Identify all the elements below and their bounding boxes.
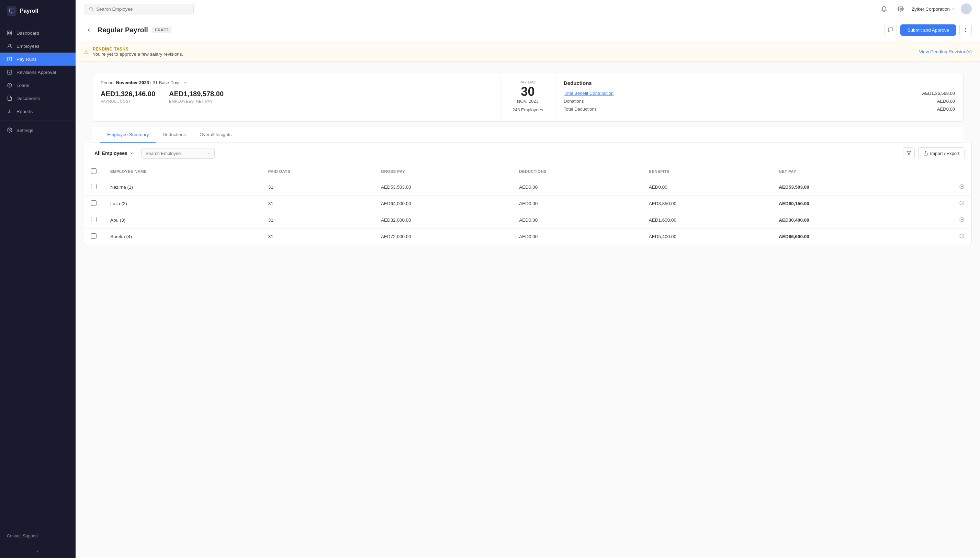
row-checkbox[interactable] [91, 184, 97, 189]
view-pending-link[interactable]: View Pending Revision(s) [919, 49, 972, 54]
row-checkbox-cell [84, 228, 103, 245]
settings-button[interactable] [895, 3, 906, 15]
total-deductions-label: Total Deductions [564, 107, 597, 112]
sidebar-item-dashboard[interactable]: Dashboard [0, 26, 75, 39]
col-actions [911, 164, 972, 179]
sidebar-collapse[interactable]: ‹ [0, 544, 75, 558]
sidebar-item-loans[interactable]: Loans [0, 79, 75, 92]
sidebar-item-documents[interactable]: Documents [0, 92, 75, 105]
tab-deductions[interactable]: Deductions [156, 127, 193, 143]
filter-button[interactable] [903, 148, 915, 159]
total-benefit-contribution-link[interactable]: Total Benefit Contribution [564, 91, 613, 96]
edit-period-icon[interactable]: ✏ [183, 80, 188, 85]
header-actions: Submit and Approve [885, 24, 972, 36]
topbar: Zylker Corporation [75, 0, 980, 18]
row-employee-name: Sureka (4) [103, 228, 261, 245]
svg-point-23 [962, 203, 962, 203]
sidebar-item-settings[interactable]: Settings [0, 124, 75, 137]
sidebar-item-employees[interactable]: Employees [0, 39, 75, 53]
bell-icon [881, 6, 887, 12]
row-more-cell [911, 228, 972, 245]
employee-search-box[interactable] [141, 148, 215, 159]
svg-rect-4 [10, 33, 11, 35]
avatar[interactable] [961, 3, 972, 15]
settings-icon [7, 128, 12, 133]
svg-point-27 [962, 219, 962, 220]
row-deductions: AED0.00 [512, 179, 642, 195]
employee-table: EMPLOYEE NAME PAID DAYS GROSS PAY DEDUCT… [84, 164, 972, 245]
back-button[interactable] [84, 25, 93, 35]
svg-point-9 [9, 130, 10, 131]
notification-button[interactable] [879, 3, 890, 15]
gear-icon [898, 6, 904, 12]
topbar-right: Zylker Corporation [879, 3, 972, 15]
svg-point-31 [962, 236, 962, 236]
submit-approve-button[interactable]: Submit and Approve [900, 25, 956, 36]
total-deductions-value: AED0.00 [937, 107, 955, 112]
deduction-row-2: Donations AED0.00 [564, 98, 955, 104]
contact-support[interactable]: Contact Support [0, 528, 75, 544]
svg-point-17 [961, 186, 961, 187]
row-checkbox[interactable] [91, 233, 97, 239]
table-row: Sureka (4) 31 AED72,000.00 AED0.00 AED5,… [84, 228, 972, 245]
more-options-button[interactable] [959, 24, 972, 36]
comment-button[interactable] [885, 24, 897, 36]
import-export-button[interactable]: Import / Export [918, 148, 965, 159]
global-search-box[interactable] [84, 4, 194, 15]
row-more-button[interactable] [959, 202, 965, 207]
row-more-button[interactable] [959, 218, 965, 223]
all-employees-filter[interactable]: All Employees [91, 148, 137, 158]
row-employee-name: Nazima (1) [103, 179, 261, 195]
sidebar-item-loans-label: Loans [16, 83, 29, 88]
collapse-icon[interactable]: ‹ [37, 548, 39, 554]
row-employee-name: Abu (3) [103, 212, 261, 228]
loans-icon [7, 82, 12, 88]
company-selector[interactable]: Zylker Corporation [912, 7, 955, 11]
svg-point-13 [965, 30, 965, 30]
row-checkbox[interactable] [91, 200, 97, 206]
reports-icon [7, 108, 12, 114]
draft-badge: DRAFT [152, 27, 171, 33]
row-more-cell [911, 212, 972, 228]
row-net-pay: AED53,503.00 [772, 179, 911, 195]
svg-rect-1 [8, 31, 9, 33]
row-benefits: AED5,400.00 [642, 228, 772, 245]
row-more-button[interactable] [959, 185, 965, 190]
row-net-pay: AED30,400.00 [772, 212, 911, 228]
sidebar-item-reports[interactable]: Reports [0, 105, 75, 118]
sidebar-item-documents-label: Documents [16, 96, 40, 101]
dashboard-icon [7, 30, 12, 36]
row-benefits: AED0.00 [642, 179, 772, 195]
sidebar-item-pay-runs[interactable]: Pay Runs [0, 53, 75, 66]
row-more-button[interactable] [959, 235, 965, 240]
payroll-cost-label: PAYROLL COST [101, 99, 155, 103]
row-checkbox-cell [84, 195, 103, 212]
svg-point-19 [962, 186, 962, 187]
sidebar-item-revisions-approval[interactable]: Revisions Approval [0, 66, 75, 79]
net-pay-label: EMPLOYEES' NET PAY [169, 99, 224, 103]
stats-left: Period: November 2023 | 31 Base Days ✏ A… [92, 73, 500, 121]
svg-point-5 [8, 44, 10, 46]
row-benefits: AED1,600.00 [642, 212, 772, 228]
sidebar-item-reports-label: Reports [16, 109, 33, 114]
tab-employee-summary[interactable]: Employee Summary [100, 127, 156, 143]
pay-day-label: PAY DAY [509, 80, 547, 84]
main-content: Zylker Corporation Regular Payroll DRAFT… [75, 0, 980, 558]
deduction-row-3: Total Deductions AED0.00 [564, 107, 955, 112]
page-content: Regular Payroll DRAFT Submit and Approve… [75, 18, 980, 558]
col-paid-days: PAID DAYS [261, 164, 374, 179]
chevron-down-icon [129, 151, 134, 155]
svg-point-11 [900, 8, 902, 10]
select-all-checkbox[interactable] [91, 168, 97, 174]
sidebar-item-dashboard-label: Dashboard [16, 31, 39, 36]
row-deductions: AED0.00 [512, 195, 642, 212]
app-logo: Payroll [0, 0, 75, 22]
row-paid-days: 31 [261, 228, 374, 245]
app-logo-icon [7, 6, 16, 16]
employee-search-input[interactable] [146, 151, 204, 156]
tab-overall-insights[interactable]: Overall Insights [193, 127, 238, 143]
search-input[interactable] [96, 7, 188, 11]
comment-icon [888, 27, 893, 33]
row-checkbox[interactable] [91, 217, 97, 222]
stats-section: Period: November 2023 | 31 Base Days ✏ A… [92, 73, 964, 121]
